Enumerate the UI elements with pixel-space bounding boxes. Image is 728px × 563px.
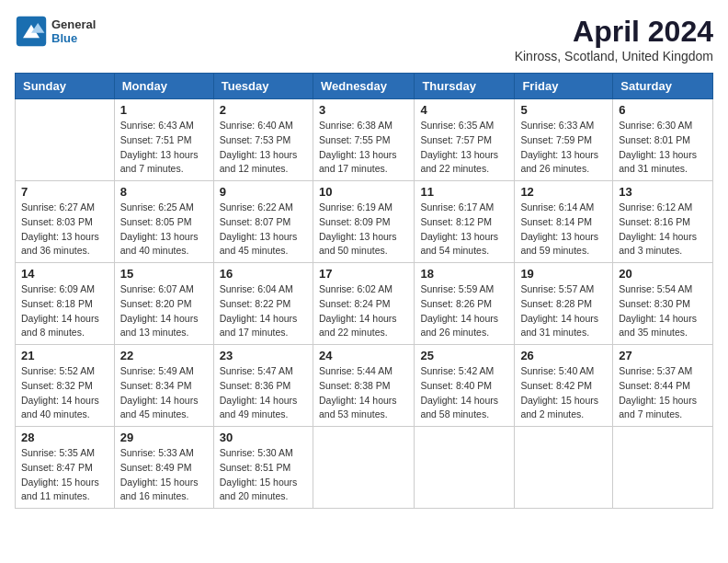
calendar-cell: 4Sunrise: 6:35 AMSunset: 7:57 PMDaylight… xyxy=(415,99,515,181)
calendar-cell xyxy=(613,427,713,509)
day-number: 6 xyxy=(619,103,707,117)
day-info: Sunrise: 6:07 AMSunset: 8:20 PMDaylight:… xyxy=(120,282,208,340)
day-info: Sunrise: 5:42 AMSunset: 8:40 PMDaylight:… xyxy=(420,364,508,422)
calendar-cell: 1Sunrise: 6:43 AMSunset: 7:51 PMDaylight… xyxy=(114,99,213,181)
weekday-header-saturday: Saturday xyxy=(613,74,713,99)
page-header: General Blue April 2024 Kinross, Scotlan… xyxy=(15,15,713,63)
day-info: Sunrise: 5:59 AMSunset: 8:26 PMDaylight:… xyxy=(420,282,508,340)
day-number: 30 xyxy=(220,431,307,444)
day-number: 29 xyxy=(120,431,208,444)
day-info: Sunrise: 5:52 AMSunset: 8:32 PMDaylight:… xyxy=(21,364,108,422)
day-number: 5 xyxy=(520,103,607,117)
day-number: 13 xyxy=(619,185,707,199)
day-number: 24 xyxy=(319,349,408,362)
calendar-cell: 21Sunrise: 5:52 AMSunset: 8:32 PMDayligh… xyxy=(16,345,115,427)
day-number: 15 xyxy=(120,267,208,281)
day-info: Sunrise: 6:17 AMSunset: 8:12 PMDaylight:… xyxy=(420,201,508,259)
calendar-cell: 7Sunrise: 6:27 AMSunset: 8:03 PMDaylight… xyxy=(16,181,115,263)
weekday-header-wednesday: Wednesday xyxy=(313,74,414,99)
day-number: 19 xyxy=(520,267,607,281)
calendar-cell: 3Sunrise: 6:38 AMSunset: 7:55 PMDaylight… xyxy=(313,99,414,181)
day-info: Sunrise: 5:30 AMSunset: 8:51 PMDaylight:… xyxy=(220,446,307,504)
calendar-week-3: 14Sunrise: 6:09 AMSunset: 8:18 PMDayligh… xyxy=(16,263,713,345)
calendar-cell: 17Sunrise: 6:02 AMSunset: 8:24 PMDayligh… xyxy=(313,263,414,345)
day-number: 11 xyxy=(420,185,508,199)
day-number: 2 xyxy=(220,103,307,117)
calendar-cell: 12Sunrise: 6:14 AMSunset: 8:14 PMDayligh… xyxy=(515,181,613,263)
day-info: Sunrise: 6:35 AMSunset: 7:57 PMDaylight:… xyxy=(420,119,508,177)
day-number: 17 xyxy=(319,267,408,281)
calendar-week-5: 28Sunrise: 5:35 AMSunset: 8:47 PMDayligh… xyxy=(16,427,713,509)
calendar-cell: 23Sunrise: 5:47 AMSunset: 8:36 PMDayligh… xyxy=(213,345,313,427)
logo: General Blue xyxy=(15,15,96,48)
calendar-cell: 28Sunrise: 5:35 AMSunset: 8:47 PMDayligh… xyxy=(16,427,115,509)
calendar-cell: 10Sunrise: 6:19 AMSunset: 8:09 PMDayligh… xyxy=(313,181,414,263)
day-info: Sunrise: 5:54 AMSunset: 8:30 PMDaylight:… xyxy=(619,282,707,340)
calendar-cell: 8Sunrise: 6:25 AMSunset: 8:05 PMDaylight… xyxy=(114,181,213,263)
day-number: 9 xyxy=(220,185,307,199)
day-number: 8 xyxy=(120,185,208,199)
weekday-header-monday: Monday xyxy=(114,74,213,99)
day-number: 28 xyxy=(21,431,108,444)
weekday-header-sunday: Sunday xyxy=(16,74,115,99)
day-info: Sunrise: 5:44 AMSunset: 8:38 PMDaylight:… xyxy=(319,364,408,422)
location-label: Kinross, Scotland, United Kingdom xyxy=(515,49,713,63)
day-number: 21 xyxy=(21,349,108,362)
calendar-cell xyxy=(16,99,115,181)
logo-text: General Blue xyxy=(51,17,96,45)
calendar-cell: 5Sunrise: 6:33 AMSunset: 7:59 PMDaylight… xyxy=(515,99,613,181)
calendar-cell: 24Sunrise: 5:44 AMSunset: 8:38 PMDayligh… xyxy=(313,345,414,427)
day-number: 27 xyxy=(619,349,707,362)
day-number: 25 xyxy=(420,349,508,362)
day-info: Sunrise: 5:35 AMSunset: 8:47 PMDaylight:… xyxy=(21,446,108,504)
calendar-header-row: SundayMondayTuesdayWednesdayThursdayFrid… xyxy=(16,74,713,99)
calendar-week-4: 21Sunrise: 5:52 AMSunset: 8:32 PMDayligh… xyxy=(16,345,713,427)
day-info: Sunrise: 6:43 AMSunset: 7:51 PMDaylight:… xyxy=(120,119,208,177)
day-info: Sunrise: 6:33 AMSunset: 7:59 PMDaylight:… xyxy=(520,119,607,177)
day-info: Sunrise: 6:27 AMSunset: 8:03 PMDaylight:… xyxy=(21,201,108,259)
calendar-cell xyxy=(515,427,613,509)
calendar-cell xyxy=(415,427,515,509)
day-number: 22 xyxy=(120,349,208,362)
weekday-header-friday: Friday xyxy=(515,74,613,99)
title-block: April 2024 Kinross, Scotland, United Kin… xyxy=(515,15,713,63)
calendar-cell: 26Sunrise: 5:40 AMSunset: 8:42 PMDayligh… xyxy=(515,345,613,427)
day-info: Sunrise: 6:40 AMSunset: 7:53 PMDaylight:… xyxy=(220,119,307,177)
calendar-cell: 29Sunrise: 5:33 AMSunset: 8:49 PMDayligh… xyxy=(114,427,213,509)
day-number: 23 xyxy=(220,349,307,362)
day-info: Sunrise: 5:47 AMSunset: 8:36 PMDaylight:… xyxy=(220,364,307,422)
calendar-table: SundayMondayTuesdayWednesdayThursdayFrid… xyxy=(15,73,713,509)
calendar-cell: 15Sunrise: 6:07 AMSunset: 8:20 PMDayligh… xyxy=(114,263,213,345)
calendar-week-1: 1Sunrise: 6:43 AMSunset: 7:51 PMDaylight… xyxy=(16,99,713,181)
day-number: 1 xyxy=(120,103,208,117)
logo-general-label: General xyxy=(51,17,96,31)
day-number: 7 xyxy=(21,185,108,199)
calendar-cell: 6Sunrise: 6:30 AMSunset: 8:01 PMDaylight… xyxy=(613,99,713,181)
calendar-cell: 25Sunrise: 5:42 AMSunset: 8:40 PMDayligh… xyxy=(415,345,515,427)
calendar-cell: 20Sunrise: 5:54 AMSunset: 8:30 PMDayligh… xyxy=(613,263,713,345)
day-info: Sunrise: 6:25 AMSunset: 8:05 PMDaylight:… xyxy=(120,201,208,259)
calendar-cell: 13Sunrise: 6:12 AMSunset: 8:16 PMDayligh… xyxy=(613,181,713,263)
calendar-cell: 19Sunrise: 5:57 AMSunset: 8:28 PMDayligh… xyxy=(515,263,613,345)
logo-icon xyxy=(15,15,48,48)
day-info: Sunrise: 6:14 AMSunset: 8:14 PMDaylight:… xyxy=(520,201,607,259)
calendar-cell: 30Sunrise: 5:30 AMSunset: 8:51 PMDayligh… xyxy=(213,427,313,509)
day-number: 16 xyxy=(220,267,307,281)
day-info: Sunrise: 6:30 AMSunset: 8:01 PMDaylight:… xyxy=(619,119,707,177)
day-info: Sunrise: 6:09 AMSunset: 8:18 PMDaylight:… xyxy=(21,282,108,340)
day-info: Sunrise: 6:04 AMSunset: 8:22 PMDaylight:… xyxy=(220,282,307,340)
calendar-cell: 16Sunrise: 6:04 AMSunset: 8:22 PMDayligh… xyxy=(213,263,313,345)
day-info: Sunrise: 6:22 AMSunset: 8:07 PMDaylight:… xyxy=(220,201,307,259)
day-number: 3 xyxy=(319,103,408,117)
day-number: 18 xyxy=(420,267,508,281)
day-info: Sunrise: 5:37 AMSunset: 8:44 PMDaylight:… xyxy=(619,364,707,422)
day-number: 10 xyxy=(319,185,408,199)
calendar-cell: 22Sunrise: 5:49 AMSunset: 8:34 PMDayligh… xyxy=(114,345,213,427)
day-number: 4 xyxy=(420,103,508,117)
weekday-header-thursday: Thursday xyxy=(415,74,515,99)
calendar-cell xyxy=(313,427,414,509)
day-number: 12 xyxy=(520,185,607,199)
day-info: Sunrise: 5:49 AMSunset: 8:34 PMDaylight:… xyxy=(120,364,208,422)
day-number: 20 xyxy=(619,267,707,281)
calendar-week-2: 7Sunrise: 6:27 AMSunset: 8:03 PMDaylight… xyxy=(16,181,713,263)
